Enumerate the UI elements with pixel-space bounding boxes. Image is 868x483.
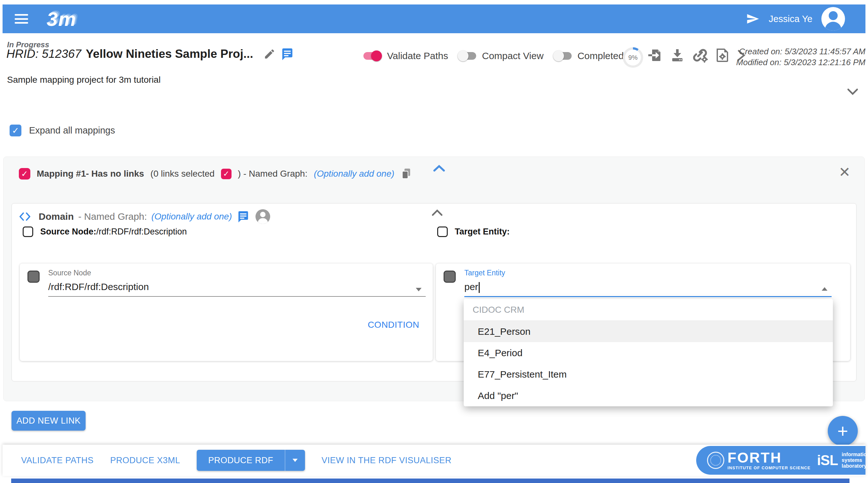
mapping-header: ✓ Mapping #1- Has no links (0 links sele… [19,168,412,180]
project-timestamps: Created on: 5/3/2023 11:45:57 AM Modifie… [736,46,865,68]
source-node-inline-value: /rdf:RDF/rdf:Description [96,227,187,236]
produce-rdf-split-button: PRODUCE RDF [197,450,305,471]
source-node-inline-label: Source Node: [40,227,96,236]
links-selected-prefix: (0 links selected [150,169,215,179]
view-toggles: Validate Paths Compact View Completed [364,51,624,61]
target-entity-inline: Target Entity: [455,227,510,237]
condition-button[interactable]: CONDITION [368,320,419,330]
source-node-select[interactable]: /rdf:RDF/rdf:Description [48,281,149,292]
domain-label: Domain [39,211,74,222]
completed-switch[interactable] [554,52,571,60]
user-name: Jessica Ye [769,14,812,24]
target-entity-underline [464,296,832,297]
text-cursor [479,282,480,293]
source-node-field-label: Source Node [48,269,91,277]
toggle-validate-paths: Validate Paths [364,51,448,61]
forth-name: FORTH [727,451,810,465]
forth-text: FORTH INSTITUTE OF COMPUTER SCIENCE [727,451,810,470]
edit-title-icon[interactable] [264,48,276,60]
dropdown-option-e4-period[interactable]: E4_Period [464,342,833,364]
target-entity-field-label: Target Entity [464,269,505,277]
target-entity-caret-icon[interactable] [822,287,828,291]
comment-icon[interactable] [280,47,293,61]
target-entity-handle[interactable] [443,271,456,283]
validate-paths-button[interactable]: VALIDATE PATHS [21,455,94,465]
toggle-completed: Completed [554,51,624,61]
add-mapping-fab[interactable]: + [828,416,858,446]
source-node-caret-icon[interactable] [416,288,422,291]
expand-all-mappings[interactable]: ✓ Expand all mappings [9,125,115,137]
target-entity-inline-label: Target Entity: [455,227,510,236]
target-entity-dropdown: CIDOC CRM E21_Person E4_Period E77_Persi… [464,299,833,406]
domain-named-graph-link[interactable]: (Optionally add one) [151,211,232,222]
domain-comment-icon[interactable] [236,210,249,223]
target-entity-input[interactable]: per [464,281,480,293]
forth-logo-block: FORTH INSTITUTE OF COMPUTER SCIENCE iSL … [696,446,865,475]
app-bar-right: Jessica Ye [746,7,845,31]
dropdown-option-e21-person[interactable]: E21_Person [464,321,833,342]
links-selected-suffix: ) - Named Graph: [238,169,308,179]
project-title: Yellow Nineties Sample Proj... [86,47,253,61]
project-description: Sample mapping project for 3m tutorial [7,75,161,85]
copy-icon[interactable] [401,168,412,180]
mapping-named-graph-link[interactable]: (Optionally add one) [314,169,394,179]
user-avatar[interactable] [822,7,845,31]
add-new-link-button[interactable]: ADD NEW LINK [11,411,86,431]
project-hrid: HRID: 512367 [6,47,81,61]
validate-paths-switch[interactable] [364,52,381,60]
mapping-title: Mapping #1- Has no links [37,169,144,179]
source-node-underline [48,296,426,297]
created-on: Created on: 5/3/2023 11:45:57 AM [736,46,865,57]
app-bar: 3m Jessica Ye [3,4,865,33]
forth-seal-icon [707,452,724,469]
source-node-handle[interactable] [28,271,40,283]
project-title-row: HRID: 512367 Yellow Nineties Sample Proj… [6,47,293,61]
domain-header: Domain - Named Graph: (Optionally add on… [19,209,270,224]
modified-on: Modified on: 5/3/2023 12:21:16 PM [736,57,865,68]
expand-all-checkbox[interactable]: ✓ [9,125,21,137]
source-node-card: Source Node /rdf:RDF/rdf:Description CON… [20,264,433,361]
domain-named-graph-label: - Named Graph: [78,211,147,222]
bottom-page-edge [11,479,849,483]
file-settings-icon[interactable] [715,48,730,63]
download-icon[interactable] [670,48,685,62]
validate-paths-label: Validate Paths [387,51,448,61]
dropdown-option-e77-persistent-item[interactable]: E77_Persistent_Item [464,364,833,385]
compact-view-label: Compact View [482,51,544,61]
completed-label: Completed [578,51,624,61]
link-settings-icon[interactable] [692,48,708,63]
completion-progress-ring: 9% [623,47,643,68]
view-rdf-visualiser-button[interactable]: VIEW IN THE RDF VISUALISER [321,455,452,465]
mapping-checkbox[interactable]: ✓ [19,168,30,180]
dropdown-option-add-custom[interactable]: Add "per" [464,385,833,406]
produce-rdf-button[interactable]: PRODUCE RDF [197,450,285,471]
source-node-inline: Source Node:/rdf:RDF/rdf:Description [40,227,187,237]
import-file-icon[interactable] [648,48,663,62]
toggle-compact-view: Compact View [458,51,544,61]
page: 3m Jessica Ye In Progress HRID: 512367 Y… [0,0,868,483]
menu-icon[interactable] [15,14,28,24]
isl-description: information systems laboratory [842,452,868,469]
code-icon [19,212,34,221]
produce-rdf-caret-button[interactable] [285,450,305,471]
domain-chevron-up-icon[interactable] [431,209,443,217]
paper-plane-icon[interactable] [746,13,760,25]
compact-view-switch[interactable] [458,52,476,60]
dropdown-group-header: CIDOC CRM [464,299,833,321]
header-chevron-down-icon[interactable] [846,88,859,96]
project-action-icons [648,48,746,63]
progress-percent: 9% [628,54,638,61]
forth-subtitle: INSTITUTE OF COMPUTER SCIENCE [727,465,810,470]
produce-x3ml-button[interactable]: PRODUCE X3ML [110,455,180,465]
app-logo-3m[interactable]: 3m [46,8,76,30]
isl-logo: iSL [817,452,838,468]
target-entity-check-row: Target Entity: [437,227,510,237]
links-checkbox[interactable]: ✓ [221,169,231,179]
mapping-close-icon[interactable]: ✕ [839,165,850,179]
target-entity-checkbox[interactable] [437,227,448,237]
source-node-checkbox[interactable] [23,227,33,237]
mapping-chevron-up-icon[interactable] [432,164,446,173]
expand-all-label: Expand all mappings [29,125,115,136]
domain-user-avatar-icon [255,209,270,224]
footer-bar: VALIDATE PATHS PRODUCE X3ML PRODUCE RDF … [3,445,865,476]
